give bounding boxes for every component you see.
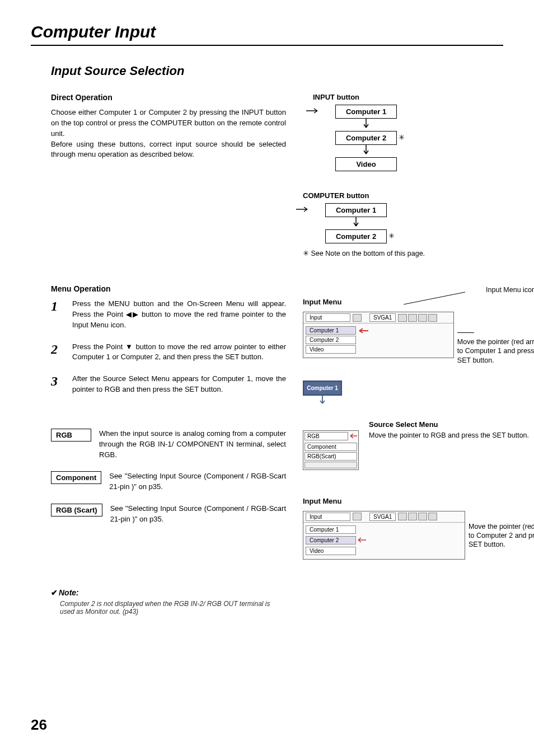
src-opt-component: Component (305, 443, 357, 451)
menu-title-cell: Input (306, 313, 350, 322)
flow-box-video: Video (335, 157, 397, 171)
computer-icon-box: Computer 1 (303, 381, 342, 396)
flow-box-computer2-b: Computer 2 (325, 229, 387, 243)
note-heading: Note: (51, 588, 79, 597)
star-marker: ✳ (399, 133, 405, 142)
input-menu-1: Input SVGA1 Computer 1 Computer 2 (303, 309, 534, 365)
component-label: Component (51, 471, 101, 484)
source-rgb: RGB When the input source is analog comi… (51, 429, 286, 461)
chapter-title: Computer Input (31, 22, 503, 46)
step-2: 2 Press the Point ▼ button to move the r… (51, 342, 286, 363)
menu-toolbar-icon (398, 513, 407, 520)
menu-option-comp1: Computer 1 (306, 326, 356, 335)
step-number: 3 (51, 374, 62, 395)
source-select-menu: RGB Component RGB(Scart) (303, 430, 359, 470)
computer-button-flow: Computer 1 Computer 2 ✳ (303, 203, 409, 243)
input-menu-icon-label: Input Menu icon (486, 286, 534, 294)
step-1: 1 Press the MENU button and the On-Scree… (51, 299, 286, 331)
menu-icon (353, 314, 362, 322)
input-button-flow: Computer 1 Computer 2 ✳ Video (313, 105, 419, 171)
input-menu-2: Input SVGA1 Computer 1 Com (303, 509, 534, 560)
menu-toolbar-icon (418, 314, 427, 322)
direct-operation-body: Choose either Computer 1 or Computer 2 b… (51, 107, 286, 160)
star-note: ✳ See Note on the bottom of this page. (303, 249, 503, 257)
chevron-down-icon (352, 217, 360, 229)
source-select-heading: Source Select Menu (369, 420, 529, 429)
callout-line (401, 291, 468, 307)
menu-toolbar-icon (418, 513, 427, 520)
note-block: Note: Computer 2 is not displayed when t… (51, 588, 503, 616)
red-arrow-icon (349, 433, 358, 439)
menu-option-comp2: Computer 2 (306, 536, 356, 544)
menu-option-comp2: Computer 2 (306, 336, 356, 344)
menu-toolbar-icon (408, 513, 417, 520)
src-opt-rgb: RGB (305, 432, 348, 440)
callout-line (457, 332, 474, 333)
step-text-1: Press the MENU button and the On-Screen … (72, 299, 286, 331)
step-text-2: Press the Point ▼ button to move the red… (72, 342, 286, 363)
star-marker: ✳ (388, 232, 395, 240)
note-body: Computer 2 is not displayed when the RGB… (60, 600, 284, 616)
step-text-3: After the Source Select Menu appears for… (72, 374, 286, 395)
svga-cell: SVGA1 (369, 513, 396, 521)
svga-cell: SVGA1 (369, 313, 396, 322)
page-number: 26 (31, 716, 47, 734)
chevron-down-icon (362, 119, 370, 131)
step-3: 3 After the Source Select Menu appears f… (51, 374, 286, 395)
section-title: Input Source Selection (51, 64, 503, 78)
input-button-label: INPUT button (313, 93, 503, 101)
chevron-down-icon (362, 145, 370, 157)
computer-button-label: COMPUTER button (303, 191, 503, 200)
menu-toolbar-icon (408, 314, 417, 322)
source-select-text: Move the pointer to RGB and press the SE… (369, 431, 529, 440)
callout-1: Move the pointer (red arrow) to Computer… (457, 337, 534, 365)
rgb-label: RGB (51, 429, 91, 442)
rgb-desc: When the input source is analog coming f… (99, 429, 286, 461)
menu-operation-heading: Menu Operation (51, 284, 286, 293)
red-arrow-icon (357, 537, 367, 543)
flow-box-computer2: Computer 2 (335, 131, 397, 145)
menu-toolbar-icon (428, 513, 437, 520)
component-desc: See "Selecting Input Source (Component /… (109, 471, 286, 492)
flow-box-computer1-b: Computer 1 (325, 203, 387, 217)
source-component: Component See "Selecting Input Source (C… (51, 471, 286, 492)
rgb-scart-desc: See "Selecting Input Source (Component /… (110, 504, 286, 525)
menu-toolbar-icon (398, 314, 407, 322)
chevron-down-icon (318, 396, 326, 407)
source-rgb-scart: RGB (Scart) See "Selecting Input Source … (51, 504, 286, 525)
callout-2: Move the pointer (red arrow) to Computer… (469, 522, 534, 550)
step-number: 1 (51, 299, 62, 331)
menu-option-video: Video (306, 547, 356, 555)
input-menu-heading-2: Input Menu (303, 497, 534, 505)
rgb-scart-label: RGB (Scart) (51, 504, 102, 516)
src-opt-back-icon (305, 462, 357, 468)
menu-title-cell: Input (306, 513, 350, 521)
menu-toolbar-icon (428, 314, 437, 322)
menu-icon (353, 513, 362, 520)
red-arrow-icon (358, 327, 369, 335)
step-number: 2 (51, 342, 62, 363)
menu-option-comp1: Computer 1 (306, 525, 356, 534)
flow-box-computer1: Computer 1 (335, 105, 397, 119)
menu-option-video: Video (306, 345, 356, 354)
direct-operation-heading: Direct Operation (51, 93, 286, 102)
src-opt-rgbscart: RGB(Scart) (305, 452, 357, 461)
